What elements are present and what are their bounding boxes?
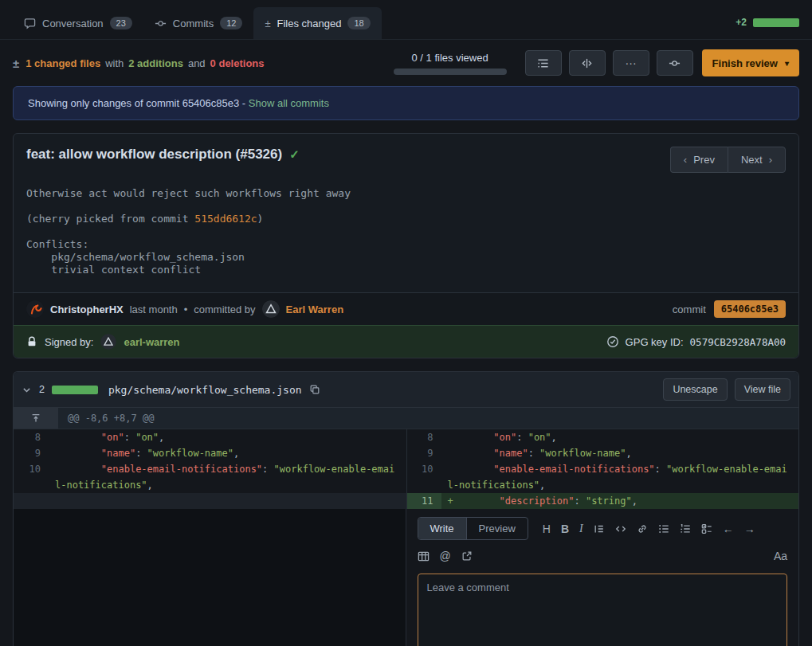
author-name[interactable]: ChristopherHX: [50, 303, 124, 315]
cherry-pick-sha-link[interactable]: 515dd6612c: [194, 213, 257, 225]
json-colon: :: [516, 432, 528, 443]
tab-files-changed[interactable]: ± Files changed 18: [253, 7, 381, 39]
collapse-chevron-icon[interactable]: [22, 385, 32, 395]
reference-icon[interactable]: [461, 550, 473, 562]
json-comma: ,: [539, 480, 545, 491]
code-icon[interactable]: [615, 523, 626, 534]
font-toggle-button[interactable]: Aa: [774, 550, 787, 562]
right-code-line: "on": "on",: [441, 429, 799, 445]
json-colon: :: [655, 464, 666, 475]
commit-box: feat: allow workflow description (#5326)…: [13, 133, 799, 358]
tab-commits[interactable]: Commits 12: [143, 7, 254, 39]
diff-icon: ±: [265, 18, 270, 29]
file-tree-toggle-button[interactable]: [525, 50, 562, 76]
split-diff: 8 "on": "on", 8 "on": "on", 9 "name": "w…: [14, 429, 798, 509]
and-text: and: [188, 57, 206, 69]
deletions-text: 0 deletions: [210, 57, 265, 69]
committer-name[interactable]: Earl Warren: [286, 303, 344, 315]
quote-icon[interactable]: [594, 523, 605, 534]
write-tab[interactable]: Write: [418, 518, 466, 539]
json-comma: ,: [626, 448, 631, 459]
tab-conversation-label: Conversation: [42, 18, 104, 29]
bold-icon[interactable]: B: [561, 523, 569, 535]
diff-options-button[interactable]: ···: [613, 50, 649, 76]
diff-filename: pkg/schema/workflow_schema.json: [108, 384, 302, 396]
right-line-number[interactable]: 8: [406, 429, 441, 445]
view-file-button[interactable]: View file: [735, 378, 790, 401]
left-code-line: "enable-email-notifications": "workflow-…: [49, 461, 406, 493]
commit-sha-badge[interactable]: 65406c85e3: [714, 300, 786, 318]
mention-icon[interactable]: @: [440, 550, 451, 562]
indent-arrow-icon[interactable]: →: [744, 523, 755, 535]
italic-icon[interactable]: I: [579, 523, 583, 535]
task-list-icon[interactable]: [701, 523, 712, 534]
preview-tab[interactable]: Preview: [466, 518, 528, 539]
table-icon[interactable]: [418, 550, 430, 562]
outdent-arrow-icon[interactable]: ←: [723, 523, 734, 535]
left-line-number[interactable]: 8: [14, 429, 49, 445]
finish-review-button[interactable]: Finish review ▾: [702, 49, 799, 76]
verified-icon: [606, 335, 619, 348]
link-icon[interactable]: [637, 523, 648, 534]
copy-filename-icon[interactable]: [309, 384, 320, 395]
pr-files-changed-page: Conversation 23 Commits 12 ± Files chang…: [0, 0, 812, 646]
tab-files-changed-label: Files changed: [277, 18, 342, 29]
prev-commit-button[interactable]: ‹ Prev: [670, 147, 728, 173]
file-changes-count: 2: [39, 384, 45, 395]
right-line-number[interactable]: 11: [406, 493, 441, 509]
commit-select-button[interactable]: [657, 50, 693, 76]
json-colon: :: [574, 495, 585, 507]
json-key: "on": [493, 432, 516, 443]
commit-nav: ‹ Prev Next ›: [670, 147, 786, 173]
right-line-number[interactable]: 10: [406, 461, 441, 493]
json-key: "description": [500, 495, 575, 507]
comment-textarea[interactable]: [418, 574, 788, 646]
json-key: "enable-email-notifications": [493, 464, 654, 475]
next-commit-button[interactable]: Next ›: [728, 147, 786, 173]
show-all-commits-link[interactable]: Show all commits: [249, 97, 329, 109]
code-indent: [448, 464, 494, 475]
changed-files-link[interactable]: 1 changed files: [25, 57, 100, 69]
signer-avatar[interactable]: [100, 334, 116, 350]
hunk-header: @@ -8,6 +8,7 @@: [14, 408, 798, 429]
committed-by-text: committed by: [194, 303, 255, 315]
chevron-right-icon: ›: [769, 154, 772, 166]
tab-conversation[interactable]: Conversation 23: [13, 7, 143, 39]
commit-message-line: Otherwise act would reject such workflow…: [26, 187, 786, 200]
tab-conversation-count: 23: [110, 17, 132, 29]
json-key: "name": [101, 448, 135, 459]
gpg-key-value: 0579CB2928A78A00: [690, 336, 786, 348]
right-line-number[interactable]: 9: [406, 445, 441, 461]
left-line-number[interactable]: 10: [14, 461, 49, 493]
json-comma: ,: [233, 448, 239, 459]
committer-avatar[interactable]: [262, 300, 280, 318]
unescape-button[interactable]: Unescape: [663, 378, 727, 401]
diff-summary-bar: [753, 18, 799, 27]
left-empty-placeholder: [14, 493, 406, 509]
cherry-pick-text: (cherry picked from commit: [26, 213, 194, 225]
json-key: "on": [101, 432, 124, 443]
commit-status-check-icon[interactable]: ✓: [289, 147, 300, 162]
author-avatar[interactable]: [26, 300, 44, 318]
tab-files-changed-count: 18: [347, 17, 370, 29]
expand-up-icon[interactable]: [14, 408, 58, 429]
files-viewed-label: 0 / 1 files viewed: [412, 52, 488, 64]
left-line-number[interactable]: 9: [14, 445, 49, 461]
diff-view-toggle-button[interactable]: [569, 50, 606, 76]
prev-label: Prev: [693, 154, 715, 166]
commit-icon: [669, 57, 681, 69]
pr-tabbar: Conversation 23 Commits 12 ± Files chang…: [0, 0, 812, 40]
json-comma: ,: [159, 432, 164, 443]
heading-icon[interactable]: H: [543, 523, 551, 535]
signer-name[interactable]: earl-warren: [124, 336, 179, 348]
chevron-left-icon: ‹: [684, 154, 687, 166]
editor-tabs: Write Preview: [418, 517, 528, 540]
json-value: "string": [586, 495, 632, 507]
commit-title-text: feat: allow workflow description (#5326): [26, 147, 282, 162]
unordered-list-icon[interactable]: [658, 523, 669, 534]
banner-text: Showing only changes of commit 65406c85e…: [28, 97, 245, 109]
ordered-list-icon[interactable]: [680, 523, 691, 534]
cherry-pick-close: ): [257, 213, 264, 225]
code-indent: [453, 495, 500, 507]
file-tree-icon: [537, 57, 549, 69]
